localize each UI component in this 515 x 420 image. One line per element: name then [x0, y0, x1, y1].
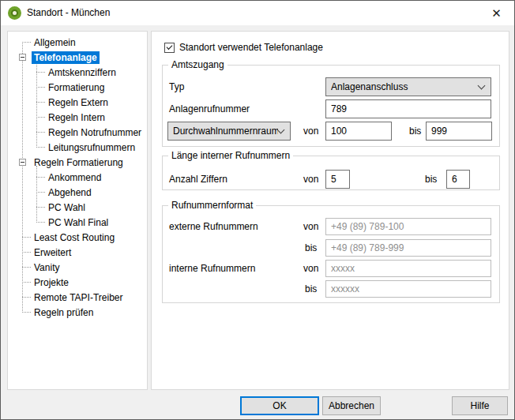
interne-von-label: von	[303, 260, 318, 277]
externe-von-label: von	[303, 218, 318, 235]
collapse-icon[interactable]	[19, 54, 26, 61]
amtszugang-group-title: Amtszugang	[168, 59, 227, 71]
window-title: Standort - München	[27, 1, 110, 25]
tree-item-amtskennziffern[interactable]: Amtskennziffern	[8, 65, 147, 80]
ok-button[interactable]: OK	[240, 396, 319, 415]
anzahl-bis-label: bis	[425, 170, 437, 189]
tree-item-least-cost-routing[interactable]: Least Cost Routing	[8, 230, 147, 245]
externe-von-input[interactable]	[325, 218, 491, 235]
tree-item-vanity[interactable]: Vanity	[8, 260, 147, 275]
tree-item-pc-wahl-final[interactable]: PC Wahl Final	[8, 215, 147, 230]
close-icon[interactable]: ✕	[479, 1, 514, 25]
tree-item-regeln-extern[interactable]: Regeln Extern	[8, 95, 147, 110]
anzahl-von-label: von	[303, 170, 318, 189]
anzahl-von-input[interactable]	[325, 170, 350, 189]
durchwahl-range-combobox-value: Durchwahlnummernraum	[173, 126, 278, 137]
typ-combobox[interactable]: Anlagenanschluss	[325, 77, 491, 96]
telefonanlage-settings-panel: Standort verwendet Telefonanlage Amtszug…	[151, 31, 509, 390]
interne-bis-label: bis	[305, 280, 317, 298]
anlagenrufnummer-label: Anlagenrufnummer	[169, 99, 250, 118]
tree-item-allgemein[interactable]: Allgemein	[8, 35, 147, 50]
tree-item-regeln-pruefen[interactable]: Regeln prüfen	[8, 305, 147, 320]
tree-item-abgehend[interactable]: Abgehend	[8, 185, 147, 200]
externe-rufnummern-label: externe Rufnummern	[169, 218, 258, 235]
help-button[interactable]: Hilfe	[452, 396, 508, 415]
tree-item-remote-tapi-treiber[interactable]: Remote TAPI-Treiber	[8, 290, 147, 305]
tree-item-formatierung[interactable]: Formatierung	[8, 80, 147, 95]
tree-item-pc-wahl[interactable]: PC Wahl	[8, 200, 147, 215]
typ-combobox-value: Anlagenanschluss	[331, 81, 479, 92]
standort-dialog: Standort - München ✕ Allgemein Telefonan…	[0, 0, 515, 420]
tree-item-telefonanlage[interactable]: Telefonanlage	[8, 50, 147, 65]
interne-rufnummern-label: interne Rufnummern	[169, 260, 255, 277]
interne-von-input[interactable]	[325, 260, 491, 277]
titlebar: Standort - München ✕	[1, 1, 514, 25]
typ-label: Typ	[169, 77, 184, 96]
anzahl-bis-input[interactable]	[446, 170, 470, 189]
tree-item-projekte[interactable]: Projekte	[8, 275, 147, 290]
durchwahl-bis-label: bis	[409, 122, 421, 141]
anzahl-ziffern-label: Anzahl Ziffern	[169, 170, 227, 189]
rufnummernformat-group-title: Rufnummernformat	[168, 200, 256, 212]
standort-app-icon	[8, 6, 21, 20]
uses-pbx-checkbox-label: Standort verwendet Telefonanlage	[179, 43, 323, 53]
cancel-button[interactable]: Abbrechen	[322, 396, 381, 415]
tree-item-regeln-notrufnummer[interactable]: Regeln Notrufnummer	[8, 125, 147, 140]
durchwahl-von-label: von	[303, 122, 318, 141]
chevron-down-icon	[478, 82, 486, 90]
settings-tree: Allgemein Telefonanlage Amtskennziffern …	[8, 32, 147, 389]
tree-item-leitungsrufnummern[interactable]: Leitungsrufnummern	[8, 140, 147, 155]
anlagenrufnummer-input[interactable]	[325, 99, 491, 118]
externe-bis-input[interactable]	[325, 239, 491, 257]
durchwahl-bis-input[interactable]	[426, 122, 492, 141]
settings-tree-panel: Allgemein Telefonanlage Amtskennziffern …	[7, 31, 148, 390]
collapse-icon[interactable]	[19, 159, 26, 166]
durchwahl-von-input[interactable]	[325, 122, 392, 141]
interne-bis-input[interactable]	[325, 280, 491, 298]
externe-bis-label: bis	[305, 239, 317, 257]
tree-item-ankommend[interactable]: Ankommend	[8, 170, 147, 185]
tree-item-erweitert[interactable]: Erweitert	[8, 245, 147, 260]
uses-pbx-checkbox[interactable]	[164, 43, 175, 53]
laenge-group-title: Länge interner Rufnummern	[168, 150, 293, 162]
checkmark-icon	[167, 43, 173, 50]
durchwahl-range-combobox[interactable]: Durchwahlnummernraum	[167, 122, 291, 141]
tree-item-regeln-intern[interactable]: Regeln Intern	[8, 110, 147, 125]
tree-item-regeln-formatierung[interactable]: Regeln Formatierung	[8, 155, 147, 170]
chevron-down-icon	[277, 126, 285, 134]
